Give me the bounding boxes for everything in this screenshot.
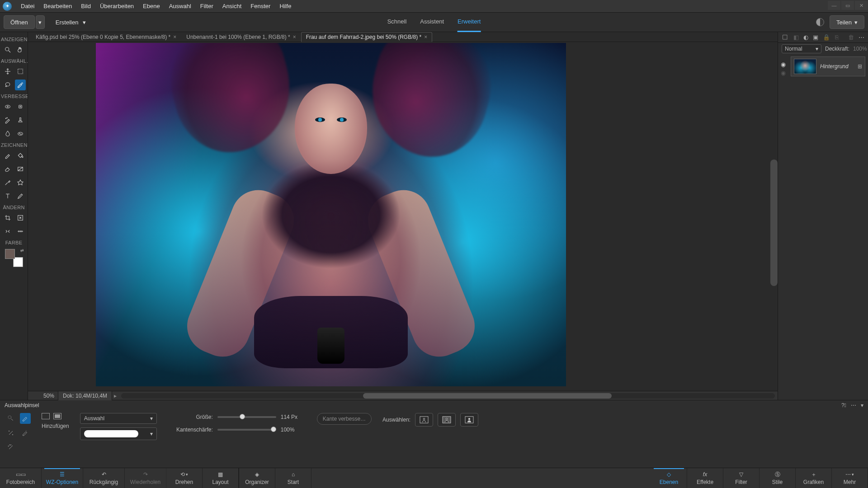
redo-button[interactable]: ↷Wiederholen bbox=[125, 468, 166, 488]
close-icon[interactable]: × bbox=[293, 34, 296, 40]
brush-preview[interactable]: ▾ bbox=[80, 427, 157, 440]
adjustment-layer-icon[interactable]: ◐ bbox=[803, 34, 808, 41]
new-group-icon[interactable]: ◧ bbox=[793, 34, 799, 41]
straighten-tool[interactable] bbox=[15, 226, 26, 237]
type-tool[interactable] bbox=[2, 191, 13, 202]
organizer-button[interactable]: ◈Organizer bbox=[239, 468, 275, 488]
visibility-toggle[interactable]: ◉ bbox=[781, 61, 786, 68]
content-aware-move-tool[interactable] bbox=[2, 226, 13, 237]
marquee-tool[interactable] bbox=[15, 66, 26, 77]
layer-thumbnail[interactable] bbox=[794, 59, 816, 74]
add-to-selection-icon[interactable] bbox=[53, 413, 61, 419]
new-selection-icon[interactable] bbox=[42, 413, 50, 419]
color-swatches[interactable]: ⇄ bbox=[5, 249, 23, 267]
gradient-tool[interactable] bbox=[15, 164, 26, 174]
refine-edge-button[interactable]: Kante verbesse… bbox=[317, 413, 372, 425]
horizontal-scrollbar[interactable] bbox=[121, 393, 775, 399]
collapse-icon[interactable]: ▾ bbox=[861, 402, 863, 408]
menu-datei[interactable]: Datei bbox=[16, 0, 39, 12]
zoom-tool[interactable] bbox=[2, 44, 13, 55]
minimize-button[interactable]: — bbox=[828, 1, 840, 10]
size-slider[interactable] bbox=[217, 416, 276, 418]
close-icon[interactable]: × bbox=[424, 34, 427, 40]
help-icon[interactable]: ?⃝ bbox=[841, 402, 846, 408]
doc-tab-0[interactable]: Käfig.psd bei 25% (Ebene 0 Kopie 5, Eben… bbox=[31, 32, 181, 42]
pencil-tool[interactable] bbox=[15, 191, 26, 202]
foreground-color[interactable] bbox=[5, 249, 15, 259]
close-button[interactable]: ✕ bbox=[855, 1, 868, 10]
maximize-button[interactable]: ▭ bbox=[841, 1, 854, 10]
more-button[interactable]: ⋯▾Mehr bbox=[832, 468, 868, 488]
canvas-area[interactable] bbox=[28, 42, 778, 391]
menu-bild[interactable]: Bild bbox=[76, 0, 95, 12]
spot-heal-tool[interactable] bbox=[15, 101, 26, 112]
blur-tool[interactable] bbox=[2, 128, 13, 139]
layout-button[interactable]: ▦Layout bbox=[203, 468, 239, 488]
selection-brush-variant[interactable] bbox=[20, 413, 31, 424]
layer-row[interactable]: Hintergrund ⊞ bbox=[791, 56, 865, 76]
slider-thumb[interactable] bbox=[271, 427, 276, 432]
close-icon[interactable]: × bbox=[173, 34, 176, 40]
lock-icon[interactable]: 🔒 bbox=[823, 34, 830, 41]
layer-lock-icon[interactable]: ⊞ bbox=[858, 63, 862, 70]
theme-toggle-icon[interactable] bbox=[816, 18, 824, 26]
share-button[interactable]: Teilen▾ bbox=[830, 15, 864, 29]
mask-icon[interactable]: ▣ bbox=[813, 34, 818, 41]
zoom-level[interactable]: 50% bbox=[28, 393, 58, 399]
effects-button[interactable]: fxEffekte bbox=[687, 468, 723, 488]
menu-fenster[interactable]: Fenster bbox=[246, 0, 275, 12]
filters-button[interactable]: ▽Filter bbox=[723, 468, 760, 488]
paint-bucket-tool[interactable] bbox=[15, 150, 26, 161]
scrollbar-thumb[interactable] bbox=[363, 393, 611, 399]
blend-mode-select[interactable]: Normal▾ bbox=[782, 44, 821, 53]
open-button[interactable]: Öffnen bbox=[4, 15, 35, 29]
styles-button[interactable]: ⓈStile bbox=[760, 468, 796, 488]
hardness-slider[interactable] bbox=[217, 429, 276, 431]
play-icon[interactable]: ▸ bbox=[112, 393, 118, 399]
eyedropper-tool[interactable] bbox=[2, 177, 13, 188]
brush-tool[interactable] bbox=[2, 150, 13, 161]
quick-select-variant[interactable] bbox=[5, 413, 16, 424]
graphics-button[interactable]: ＋Grafiken bbox=[796, 468, 832, 488]
menu-bearbeiten[interactable]: Bearbeiten bbox=[39, 0, 76, 12]
selection-brush-tool[interactable] bbox=[15, 80, 26, 90]
magic-wand-variant[interactable] bbox=[5, 427, 16, 438]
slider-thumb[interactable] bbox=[240, 414, 245, 419]
move-tool[interactable] bbox=[2, 66, 13, 77]
panel-menu-icon[interactable]: ⋯ bbox=[859, 34, 864, 41]
doc-info[interactable]: Dok: 10,4M/10,4M bbox=[58, 391, 112, 400]
size-value[interactable]: 114 Px bbox=[281, 414, 306, 420]
home-button[interactable]: ⌂Start bbox=[275, 468, 311, 488]
layer-name[interactable]: Hintergrund bbox=[820, 63, 854, 70]
visibility-toggle-dim[interactable]: ◉ bbox=[781, 70, 786, 76]
select-subject-button[interactable] bbox=[415, 413, 433, 427]
auto-select-variant[interactable] bbox=[5, 442, 16, 453]
recompose-tool[interactable] bbox=[15, 212, 26, 223]
select-background-button[interactable] bbox=[438, 413, 456, 427]
eraser-tool[interactable] bbox=[2, 164, 13, 174]
undo-button[interactable]: ↶Rückgängig bbox=[83, 468, 125, 488]
smart-brush-tool[interactable] bbox=[2, 115, 13, 126]
create-menu[interactable]: Erstellen▾ bbox=[56, 19, 86, 26]
mode-expert[interactable]: Erweitert bbox=[458, 12, 481, 32]
menu-hilfe[interactable]: Hilfe bbox=[275, 0, 296, 12]
redeye-tool[interactable] bbox=[2, 101, 13, 112]
hand-tool[interactable] bbox=[15, 44, 26, 55]
shape-tool[interactable] bbox=[15, 177, 26, 188]
linked-icon[interactable]: ⎘ bbox=[835, 34, 839, 41]
hardness-value[interactable]: 100% bbox=[281, 427, 306, 433]
menu-auswahl[interactable]: Auswahl bbox=[165, 0, 196, 12]
open-dropdown[interactable]: ▾ bbox=[36, 15, 45, 29]
swap-colors-icon[interactable]: ⇄ bbox=[20, 248, 24, 253]
select-sky-button[interactable] bbox=[460, 413, 478, 427]
panel-menu-icon[interactable]: ⋯ bbox=[851, 402, 856, 408]
menu-ebene[interactable]: Ebene bbox=[138, 0, 165, 12]
doc-tab-2[interactable]: Frau auf dem Fahrrad-2.jpeg bei 50% (RGB… bbox=[301, 32, 432, 42]
mode-guided[interactable]: Assistent bbox=[420, 12, 444, 32]
refine-brush-variant[interactable] bbox=[20, 427, 31, 438]
doc-tab-1[interactable]: Unbenannt-1 bei 100% (Ebene 1, RGB/8) *× bbox=[181, 32, 301, 42]
vertical-scrollbar[interactable] bbox=[770, 160, 778, 286]
clone-stamp-tool[interactable] bbox=[15, 115, 26, 126]
lasso-tool[interactable] bbox=[2, 80, 13, 90]
trash-icon[interactable]: 🗑 bbox=[848, 34, 854, 41]
